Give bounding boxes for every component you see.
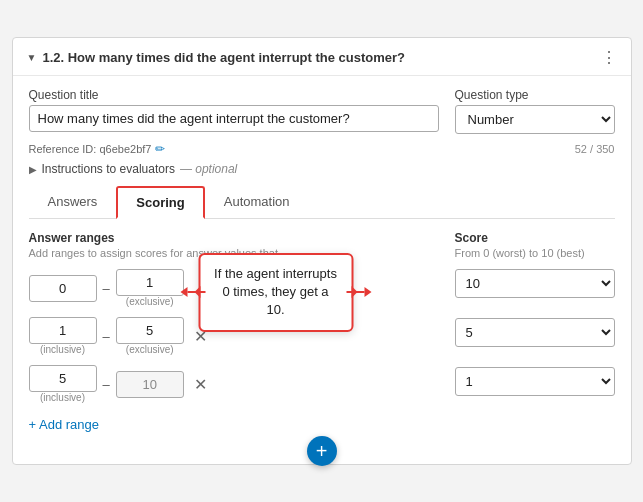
add-range-label: + Add range bbox=[29, 417, 99, 432]
range-from-wrap-2: (inclusive) bbox=[29, 317, 97, 355]
collapse-icon[interactable]: ▼ bbox=[27, 52, 37, 63]
range-from-wrap-3: (inclusive) bbox=[29, 365, 97, 403]
range-from-input-1[interactable] bbox=[29, 275, 97, 302]
question-title-header: 1.2. How many times did the agent interr… bbox=[42, 50, 405, 65]
tab-automation[interactable]: Automation bbox=[205, 186, 309, 219]
question-type-select[interactable]: Number bbox=[455, 105, 615, 134]
range-to-wrap-2: (exclusive) bbox=[116, 317, 184, 355]
callout-tooltip: If the agent interrupts 0 times, they ge… bbox=[198, 253, 353, 332]
score-row-3: 10987 654 3210 bbox=[455, 367, 615, 406]
reference-row: Reference ID: q6ebe2bf7 ✏ 52 / 350 bbox=[29, 142, 615, 156]
range-to-input-3 bbox=[116, 371, 184, 398]
range-from-wrap-1 bbox=[29, 275, 97, 302]
score-row-2: 10987 654 3210 bbox=[455, 318, 615, 357]
callout-text: If the agent interrupts 0 times, they ge… bbox=[214, 266, 337, 317]
score-sublabel: From 0 (worst) to 10 (best) bbox=[455, 247, 615, 259]
question-type-label: Question type bbox=[455, 88, 615, 102]
question-title-label: Question title bbox=[29, 88, 439, 102]
range-to-wrap-3 bbox=[116, 371, 184, 398]
range-to-input-2[interactable] bbox=[116, 317, 184, 344]
score-select-2[interactable]: 10987 654 3210 bbox=[455, 318, 615, 347]
add-fab-button[interactable]: + bbox=[307, 436, 337, 466]
range-row-3: (inclusive) – ✕ bbox=[29, 365, 435, 403]
range-from-label-3: (inclusive) bbox=[40, 392, 85, 403]
question-title-group: Question title bbox=[29, 88, 439, 134]
header-left: ▼ 1.2. How many times did the agent inte… bbox=[27, 50, 406, 65]
char-count: 52 / 350 bbox=[575, 143, 615, 155]
range-from-label-2: (inclusive) bbox=[40, 344, 85, 355]
instructions-chevron: ▶ bbox=[29, 164, 37, 175]
ranges-score-container: Answer ranges Add ranges to assign score… bbox=[29, 231, 615, 436]
tab-bar: Answers Scoring Automation bbox=[29, 186, 615, 219]
remove-range-3-button[interactable]: ✕ bbox=[190, 373, 211, 396]
score-select-3[interactable]: 10987 654 3210 bbox=[455, 367, 615, 396]
instructions-optional: — optional bbox=[180, 162, 237, 176]
range-to-label-1: (exclusive) bbox=[126, 296, 174, 307]
tab-scoring[interactable]: Scoring bbox=[116, 186, 204, 219]
range-dash-1: – bbox=[103, 281, 110, 296]
instructions-label: Instructions to evaluators bbox=[42, 162, 175, 176]
question-type-group: Question type Number bbox=[455, 88, 615, 134]
range-to-wrap-1: (exclusive) bbox=[116, 269, 184, 307]
score-column: Score From 0 (worst) to 10 (best) 10 987… bbox=[455, 231, 615, 416]
score-row-1: 10 987 654 3210 bbox=[455, 269, 615, 308]
scoring-tab-content: Answer ranges Add ranges to assign score… bbox=[29, 231, 615, 436]
more-options-icon[interactable]: ⋮ bbox=[601, 48, 617, 67]
score-title: Score bbox=[455, 231, 615, 245]
range-to-input-1[interactable] bbox=[116, 269, 184, 296]
range-dash-2: – bbox=[103, 329, 110, 344]
card-body: Question title Question type Number Refe… bbox=[13, 76, 631, 436]
question-form-row: Question title Question type Number bbox=[29, 88, 615, 134]
question-card: ▼ 1.2. How many times did the agent inte… bbox=[12, 37, 632, 465]
card-header: ▼ 1.2. How many times did the agent inte… bbox=[13, 38, 631, 76]
range-from-input-2[interactable] bbox=[29, 317, 97, 344]
score-select-1[interactable]: 10 987 654 3210 bbox=[455, 269, 615, 298]
tab-answers[interactable]: Answers bbox=[29, 186, 117, 219]
answer-ranges-title: Answer ranges bbox=[29, 231, 435, 245]
range-to-label-2: (exclusive) bbox=[126, 344, 174, 355]
add-range-button[interactable]: + Add range bbox=[29, 413, 99, 436]
reference-id-text: Reference ID: q6ebe2bf7 ✏ bbox=[29, 142, 166, 156]
range-from-input-3[interactable] bbox=[29, 365, 97, 392]
question-title-input[interactable] bbox=[29, 105, 439, 132]
range-dash-3: – bbox=[103, 377, 110, 392]
edit-ref-icon[interactable]: ✏ bbox=[155, 142, 165, 156]
instructions-toggle[interactable]: ▶ Instructions to evaluators — optional bbox=[29, 162, 615, 176]
